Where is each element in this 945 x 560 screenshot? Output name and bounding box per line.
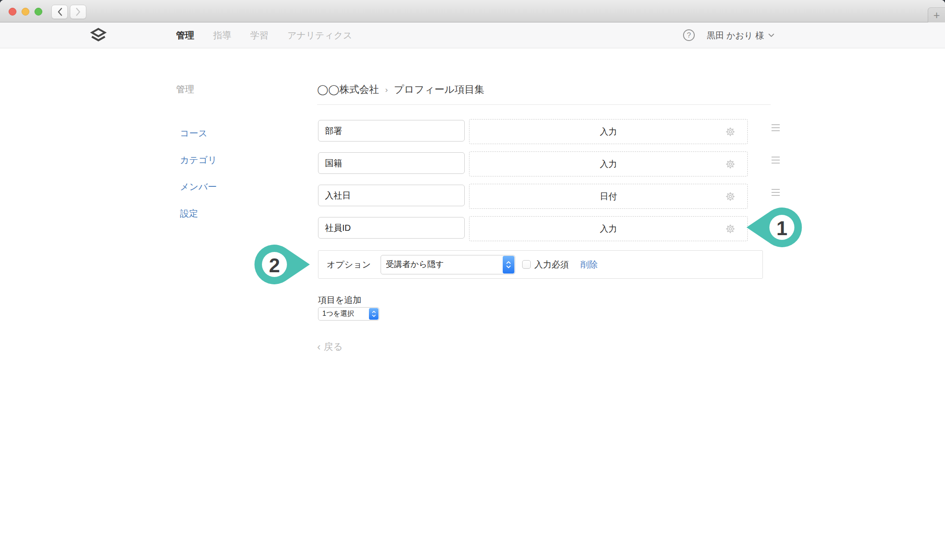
drag-handle-icon[interactable] (772, 157, 780, 166)
chevron-left-icon: ‹ (317, 341, 321, 353)
app-navbar: 管理 指導 学習 アナリティクス ? 黒田 かおり 様 (0, 22, 945, 48)
sidebar-item-members[interactable]: メンバー (180, 181, 217, 193)
options-label: オプション (327, 259, 371, 271)
titlebar: + (0, 0, 945, 22)
drag-handle-icon[interactable] (772, 189, 780, 198)
browser-window: + 管理 指導 学習 アナリティクス ? 黒田 かおり 様 管理 コース カテゴ… (0, 0, 945, 560)
field-name-input[interactable] (318, 120, 465, 142)
back-link[interactable]: ‹ 戻る (317, 340, 343, 353)
divider (317, 104, 771, 105)
help-button[interactable]: ? (683, 29, 695, 41)
add-item-label: 項目を追加 (318, 294, 361, 306)
close-button[interactable] (9, 8, 16, 16)
field-options-panel: オプション 受講者から隠す 入力必須 削除 (318, 250, 763, 279)
layers-icon (90, 27, 107, 44)
profile-field-row: 日付 (318, 184, 781, 209)
chevron-left-icon (57, 7, 63, 16)
nav-item-coaching[interactable]: 指導 (213, 29, 231, 41)
field-type-box[interactable]: 入力 (469, 216, 748, 241)
main-menu: 管理 指導 学習 アナリティクス (176, 22, 352, 48)
field-name-input[interactable] (318, 217, 465, 239)
sidebar-item-settings[interactable]: 設定 (180, 208, 198, 220)
page-content: 管理 コース カテゴリ メンバー 設定 ◯◯株式会社 › プロフィール項目集 入… (0, 48, 945, 560)
add-item-select-value: 1つを選択 (322, 309, 354, 318)
field-type-label: 入力 (600, 158, 617, 170)
visibility-select[interactable]: 受講者から隠す (381, 255, 515, 274)
field-type-label: 入力 (600, 126, 617, 138)
field-name-input[interactable] (318, 185, 465, 206)
nav-item-admin[interactable]: 管理 (176, 29, 194, 41)
breadcrumb: ◯◯株式会社 › プロフィール項目集 (317, 83, 485, 96)
field-type-box[interactable]: 日付 (469, 184, 748, 209)
profile-field-row: 入力 (318, 216, 781, 241)
required-checkbox[interactable] (522, 260, 531, 269)
zoom-button[interactable] (35, 8, 42, 16)
select-stepper-icon (503, 256, 514, 274)
back-link-label: 戻る (324, 340, 343, 353)
select-stepper-icon (369, 308, 378, 320)
required-label: 入力必須 (534, 259, 569, 271)
nav-item-learning[interactable]: 学習 (250, 29, 268, 41)
nav-item-analytics[interactable]: アナリティクス (287, 29, 352, 41)
back-button[interactable] (51, 5, 68, 19)
annotation-number: 2 (269, 254, 280, 277)
profile-field-row: 入力 (318, 151, 781, 176)
gear-icon[interactable] (725, 192, 735, 201)
add-item-select[interactable]: 1つを選択 (318, 307, 379, 321)
forward-button[interactable] (70, 5, 86, 19)
field-type-box[interactable]: 入力 (469, 151, 748, 176)
chevron-down-icon (768, 33, 775, 38)
sidebar-item-categories[interactable]: カテゴリ (180, 154, 217, 166)
new-tab-button[interactable]: + (928, 7, 945, 23)
gear-icon[interactable] (725, 224, 735, 234)
field-type-label: 入力 (600, 223, 617, 235)
annotation-badge-1: 1 (746, 208, 803, 247)
breadcrumb-company[interactable]: ◯◯株式会社 (317, 83, 379, 96)
gear-icon[interactable] (725, 127, 735, 137)
annotation-number: 1 (776, 217, 788, 239)
breadcrumb-separator: › (385, 85, 387, 94)
app-logo[interactable] (90, 27, 107, 45)
user-menu[interactable]: 黒田 かおり 様 (707, 22, 775, 48)
field-type-label: 日付 (600, 191, 617, 202)
user-name: 黒田 かおり 様 (707, 30, 764, 41)
minimize-button[interactable] (22, 8, 29, 16)
field-name-input[interactable] (318, 152, 465, 174)
field-type-box[interactable]: 入力 (469, 119, 748, 144)
drag-handle-icon[interactable] (772, 124, 780, 133)
sidebar-item-courses[interactable]: コース (180, 127, 208, 139)
plus-icon: + (933, 9, 940, 22)
gear-icon[interactable] (725, 159, 735, 169)
sidebar-heading: 管理 (176, 83, 194, 95)
annotation-badge-2: 2 (254, 245, 311, 284)
traffic-lights (9, 8, 42, 16)
breadcrumb-page-title: プロフィール項目集 (394, 83, 485, 96)
question-icon: ? (687, 31, 691, 40)
delete-link[interactable]: 削除 (580, 259, 598, 271)
visibility-select-value: 受講者から隠す (386, 259, 444, 270)
profile-field-row: 入力 (318, 119, 781, 144)
chevron-right-icon (76, 7, 81, 16)
